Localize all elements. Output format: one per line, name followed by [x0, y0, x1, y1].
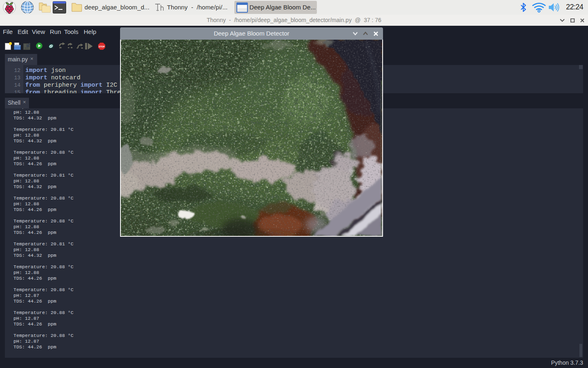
svg-text:STOP: STOP	[98, 45, 105, 48]
